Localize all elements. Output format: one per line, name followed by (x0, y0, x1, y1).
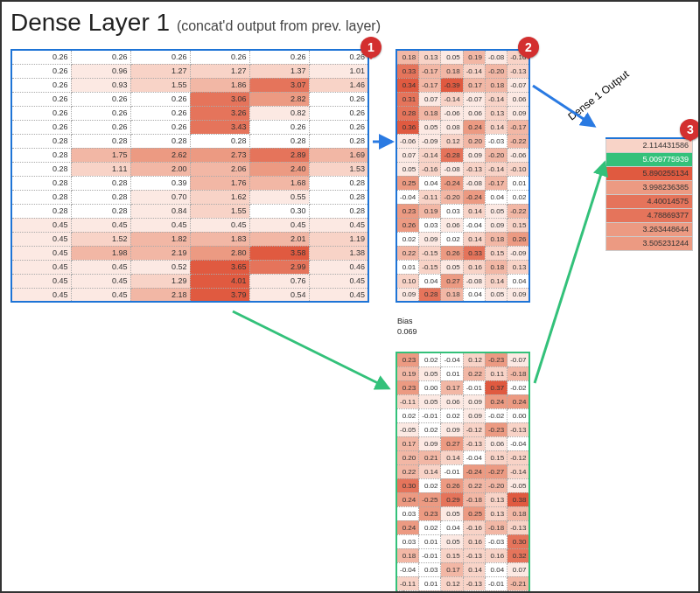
matrix-cell: 0.14 (485, 120, 507, 134)
matrix-cell: 0.06 (441, 218, 463, 232)
matrix-cell: 2.01 (249, 232, 309, 246)
matrix-cell: 0.13 (508, 260, 530, 274)
matrix-cell: 0.31 (396, 92, 419, 106)
badge-3: 3 (680, 119, 700, 140)
matrix-cell: 1.83 (190, 232, 249, 246)
matrix-input: 0.260.260.260.260.260.260.260.961.271.27… (10, 49, 369, 303)
matrix-cell: -0.18 (508, 366, 530, 380)
matrix-cell: -0.11 (419, 190, 441, 204)
matrix-cell: -0.11 (396, 394, 419, 408)
matrix-cell: 0.27 (441, 274, 463, 288)
matrix-cell: 1.52 (71, 232, 130, 246)
matrix-cell: 0.01 (441, 366, 463, 380)
output-cell: 5.890255134 (606, 166, 693, 180)
matrix-cell: 0.18 (396, 50, 419, 64)
matrix-cell: 0.22 (463, 478, 485, 492)
matrix-cell: 1.53 (309, 162, 368, 176)
matrix-cell: 0.26 (130, 120, 190, 134)
matrix-cell: -0.16 (419, 162, 441, 176)
matrix-cell: 0.07 (508, 562, 530, 576)
matrix-cell: 1.86 (190, 78, 249, 92)
title-subtitle: (concat'd output from prev. layer) (177, 18, 381, 33)
matrix-cell: 1.46 (309, 78, 368, 92)
matrix-cell: 0.27 (441, 436, 463, 450)
matrix-cell: 0.28 (71, 176, 130, 190)
matrix-cell: 0.28 (130, 134, 190, 148)
matrix-cell: -0.01 (463, 380, 485, 394)
matrix-cell: -0.12 (508, 450, 530, 464)
matrix-cell: -0.06 (441, 106, 463, 120)
matrix-cell: 0.09 (463, 408, 485, 422)
matrix-cell: -0.17 (508, 120, 530, 134)
matrix-cell: 0.29 (441, 492, 463, 506)
matrix-cell: 0.16 (463, 260, 485, 274)
matrix-cell: 0.45 (11, 246, 71, 260)
matrix-cell: -0.14 (508, 464, 530, 478)
matrix-cell: 0.33 (463, 246, 485, 260)
matrix-cell: 0.21 (419, 450, 441, 464)
matrix-cell: 0.09 (441, 422, 463, 436)
matrix-cell: -0.23 (485, 352, 507, 366)
matrix-cell: 0.01 (396, 260, 419, 274)
matrix-cell: -0.01 (485, 576, 507, 590)
matrix-cell: 0.09 (419, 232, 441, 246)
matrix-cell: -0.04 (396, 562, 419, 576)
page-title: Dense Layer 1 (concat'd output from prev… (10, 9, 381, 37)
matrix-cell: 0.05 (485, 204, 507, 218)
matrix-cell: 0.12 (441, 134, 463, 148)
matrix-cell: -0.18 (463, 492, 485, 506)
matrix-cell: 0.45 (11, 274, 71, 288)
matrix-cell: 0.04 (508, 274, 530, 288)
title-main: Dense Layer 1 (10, 9, 170, 36)
matrix-cell: 0.23 (396, 204, 419, 218)
matrix-cell: 0.05 (419, 394, 441, 408)
matrix-cell: 2.62 (130, 148, 190, 162)
matrix-cell: -0.14 (485, 162, 507, 176)
matrix-cell: 0.04 (485, 562, 507, 576)
matrix-cell: 2.73 (190, 148, 249, 162)
matrix-cell: -0.21 (508, 576, 530, 590)
matrix-cell: 0.26 (249, 120, 309, 134)
matrix-cell: 0.23 (419, 506, 441, 520)
matrix-cell: -0.18 (485, 520, 507, 534)
matrix-cell: 0.17 (441, 562, 463, 576)
matrix-cell: 0.24 (396, 492, 419, 506)
matrix-cell: -0.05 (508, 478, 530, 492)
matrix-cell: -0.27 (485, 464, 507, 478)
matrix-weights-bottom: 0.230.02-0.040.12-0.23-0.070.190.050.010… (396, 352, 530, 593)
matrix-cell: 0.09 (463, 394, 485, 408)
matrix-cell: 0.06 (441, 394, 463, 408)
matrix-cell: 0.28 (249, 134, 309, 148)
matrix-cell: 0.76 (249, 274, 309, 288)
matrix-cell: 0.55 (249, 190, 309, 204)
matrix-cell: 0.02 (419, 478, 441, 492)
matrix-cell: -0.13 (508, 422, 530, 436)
matrix-cell: 0.82 (249, 106, 309, 120)
matrix-cell: -0.12 (463, 422, 485, 436)
matrix-cell: 0.20 (396, 450, 419, 464)
matrix-cell: -0.13 (463, 576, 485, 590)
matrix-cell: 2.80 (190, 246, 249, 260)
badge-2: 2 (518, 37, 539, 58)
matrix-cell: -0.17 (419, 64, 441, 78)
matrix-cell: 0.93 (71, 78, 130, 92)
matrix-cell: 0.26 (309, 50, 368, 64)
matrix-cell: 2.19 (130, 246, 190, 260)
matrix-cell: 0.22 (463, 366, 485, 380)
matrix-cell: 0.32 (508, 548, 530, 562)
matrix-cell: 3.06 (190, 92, 249, 106)
matrix-cell: 0.02 (441, 408, 463, 422)
matrix-cell: 0.05 (485, 288, 507, 302)
matrix-cell: 0.15 (485, 246, 507, 260)
matrix-cell: 0.26 (309, 120, 368, 134)
matrix-cell: 0.54 (249, 288, 309, 302)
matrix-cell: 0.28 (190, 134, 249, 148)
matrix-cell: 0.00 (419, 380, 441, 394)
matrix-cell: 1.27 (190, 64, 249, 78)
matrix-cell: 0.02 (508, 190, 530, 204)
matrix-cell: 0.03 (419, 218, 441, 232)
matrix-cell: 0.18 (441, 64, 463, 78)
matrix-cell: -0.04 (396, 190, 419, 204)
matrix-cell: -0.09 (508, 246, 530, 260)
matrix-cell: 0.05 (441, 260, 463, 274)
